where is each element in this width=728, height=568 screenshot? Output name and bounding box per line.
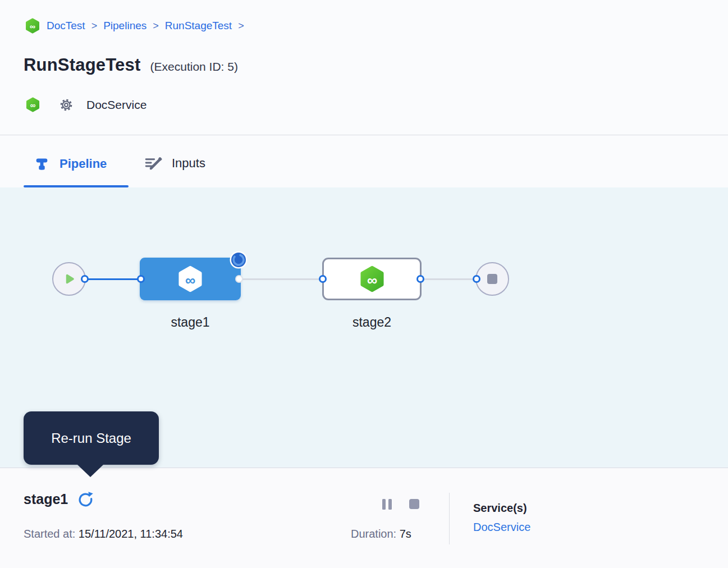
breadcrumb-separator: >: [153, 20, 159, 32]
execution-id: (Execution ID: 5): [150, 60, 238, 74]
connector-dot: [473, 275, 480, 283]
running-spinner-icon: [230, 251, 248, 271]
services-label: Service(s): [473, 502, 530, 515]
stage-label-stage1: stage1: [140, 315, 241, 330]
connector-dot: [81, 275, 89, 283]
tab-inputs-label: Inputs: [172, 156, 205, 171]
stage-node-stage1[interactable]: ∞: [140, 258, 241, 300]
pipeline-end-node: [475, 262, 509, 296]
stage-details-bar: stage1 Started at: 15/11/2021, 11:34:54 …: [0, 468, 728, 568]
duration: Duration: 7s: [351, 528, 411, 540]
connector-dot: [416, 275, 424, 283]
title-row: RunStageTest (Execution ID: 5): [24, 55, 238, 75]
rerun-stage-button[interactable]: [77, 491, 94, 508]
gear-icon: [59, 98, 74, 112]
rerun-stage-tooltip: Re-run Stage: [24, 411, 159, 465]
tab-pipeline[interactable]: Pipeline: [35, 157, 107, 171]
services-block: Service(s) DocService: [473, 502, 530, 534]
harness-stage-icon: ∞: [359, 265, 386, 292]
duration-value: 7s: [400, 528, 411, 540]
breadcrumb-separator: >: [238, 20, 244, 32]
harness-logo-icon: ∞: [25, 97, 40, 112]
stage-node-stage2[interactable]: ∞: [322, 258, 422, 300]
svg-text:∞: ∞: [367, 272, 377, 288]
svg-text:∞: ∞: [185, 272, 195, 288]
inputs-icon: [145, 155, 162, 171]
service-link[interactable]: DocService: [473, 521, 530, 534]
tab-bar: Pipeline Inputs: [0, 135, 728, 187]
play-icon: [62, 272, 76, 286]
stop-square-icon: [487, 274, 497, 284]
stop-icon: [409, 499, 419, 509]
pipeline-execution-page: ∞ DocTest > Pipelines > RunStageTest > R…: [0, 0, 728, 568]
vertical-divider: [449, 493, 450, 544]
page-title: RunStageTest: [24, 55, 141, 75]
stage-label-stage2: stage2: [322, 315, 422, 330]
tab-inputs[interactable]: Inputs: [145, 155, 205, 171]
edge-start-stage1: [85, 278, 141, 280]
svg-text:∞: ∞: [30, 22, 35, 31]
stop-button[interactable]: [409, 498, 420, 510]
connector-dot: [319, 275, 327, 283]
breadcrumb-separator: >: [91, 20, 98, 32]
pipeline-canvas[interactable]: ∞ ∞ s: [0, 187, 728, 468]
tooltip-label: Re-run Stage: [51, 430, 131, 446]
breadcrumb: ∞ DocTest > Pipelines > RunStageTest >: [25, 18, 244, 34]
service-name: DocService: [86, 98, 146, 112]
pause-button[interactable]: [381, 498, 392, 510]
tab-pipeline-label: Pipeline: [59, 157, 107, 171]
edge-stage1-stage2: [239, 278, 323, 280]
harness-logo-icon[interactable]: ∞: [25, 18, 40, 34]
breadcrumb-link-project[interactable]: DocTest: [47, 20, 85, 32]
duration-label: Duration:: [351, 528, 396, 540]
started-at-label: Started at:: [24, 528, 75, 540]
breadcrumb-link-pipelines[interactable]: Pipelines: [103, 20, 146, 32]
started-at-value: 15/11/2021, 11:34:54: [79, 528, 183, 540]
harness-stage-icon: ∞: [177, 265, 204, 292]
pipeline-icon: [35, 157, 49, 171]
started-at: Started at: 15/11/2021, 11:34:54: [24, 528, 183, 540]
breadcrumb-link-pipeline[interactable]: RunStageTest: [165, 20, 232, 32]
svg-text:∞: ∞: [30, 101, 36, 109]
footer-stage-name: stage1: [24, 491, 68, 507]
connector-dot: [137, 275, 145, 283]
pause-icon: [382, 499, 386, 510]
edge-stage2-end: [420, 278, 477, 280]
service-row: ∞ DocService: [25, 97, 146, 112]
connector-dot: [235, 275, 243, 283]
